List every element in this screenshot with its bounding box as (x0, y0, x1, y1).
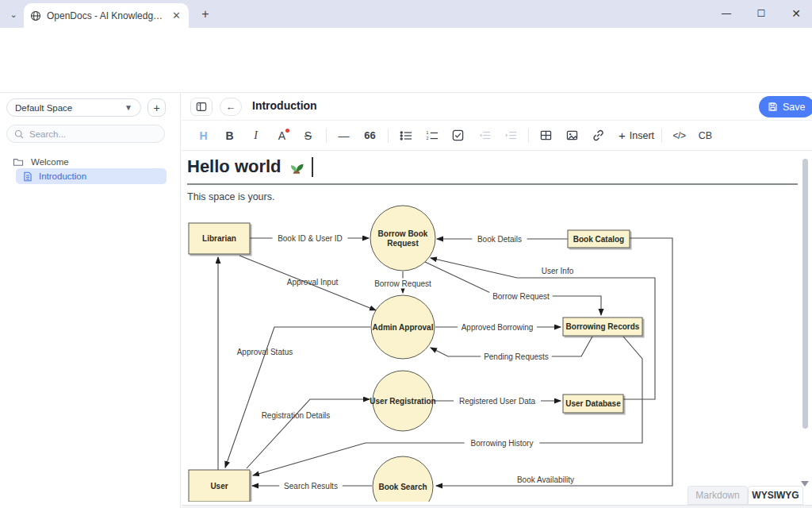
dfd-node-borrowing-records: Borrowing Records (563, 318, 642, 336)
vertical-scrollbar-thumb[interactable] (802, 159, 808, 429)
tab-title: OpenDocs - AI Knowledge Base (47, 10, 165, 21)
toolbar-divider (528, 129, 529, 143)
dfd-edge (425, 262, 601, 315)
dfd-node-borrow-book-request: Borrow BookRequest (370, 206, 435, 271)
heading-button[interactable]: H (193, 126, 214, 145)
task-list-icon[interactable] (447, 126, 469, 145)
dfd-edge-label: Registered User Data (459, 397, 536, 406)
document-icon (23, 171, 33, 182)
dfd-node-label: Librarian (202, 234, 236, 243)
add-space-button[interactable]: + (147, 98, 166, 117)
italic-button[interactable]: I (245, 126, 266, 145)
dfd-node-book-search: Book Search (373, 456, 433, 502)
inline-code-button[interactable]: </> (668, 126, 690, 145)
horizontal-rule-button[interactable]: — (333, 126, 354, 145)
tab-favicon-globe-icon (30, 10, 41, 21)
app-header: OpenDocs Powered by Visual Paradigm Shar… (0, 52, 812, 93)
red-dot-indicator (285, 129, 289, 133)
plus-icon: + (619, 129, 626, 142)
dfd-edge-label: Borrow Request (374, 279, 431, 288)
search-placeholder: Search... (29, 129, 66, 139)
svg-text:1: 1 (426, 130, 428, 135)
browser-tab[interactable]: OpenDocs - AI Knowledge Base ✕ (24, 3, 189, 28)
dfd-node-label: Borrowing Records (566, 322, 640, 331)
title-underline (187, 183, 798, 185)
svg-text:2: 2 (426, 136, 428, 140)
bold-button[interactable]: B (219, 126, 240, 145)
blockquote-button[interactable]: 66 (359, 126, 381, 145)
dfd-node-label: User (210, 482, 228, 491)
window-maximize-button[interactable]: ☐ (745, 0, 777, 26)
toolbar-divider (661, 129, 662, 143)
browser-tabstrip: ⌄ OpenDocs - AI Knowledge Base ✕ + — ☐ ✕ (0, 0, 812, 28)
dfd-node-librarian: Librarian (189, 223, 250, 254)
toggle-sidebar-button[interactable] (190, 98, 213, 116)
dfd-node-user: User (189, 470, 250, 502)
code-block-button[interactable]: CB (695, 126, 716, 145)
save-button[interactable]: Save (759, 96, 812, 117)
dfd-node-label: User Database (565, 399, 621, 408)
dfd-edge (436, 238, 672, 486)
search-input[interactable]: Search... (6, 125, 165, 143)
seedling-emoji (288, 158, 305, 175)
dfd-edge-label: Book Details (477, 235, 522, 244)
panel-icon (196, 102, 207, 112)
dfd-edge-label: Approval Input (287, 278, 339, 287)
dfd-edge-label: Book Availability (517, 475, 574, 484)
toolbar-divider (326, 129, 327, 143)
doc-back-button[interactable]: ← (220, 98, 242, 116)
doc-nav-title: Introduction (252, 99, 317, 112)
toolbar-divider (388, 129, 389, 143)
window-close-button[interactable]: ✕ (780, 0, 812, 26)
doc-paragraph[interactable]: This space is yours. (187, 191, 274, 202)
dfd-edge-label: Registration Details (262, 411, 331, 420)
dfd-node-book-catalog: Book Catalog (568, 230, 630, 248)
dataflow-diagram: LibrarianBorrow BookRequestBook CatalogA… (181, 202, 804, 502)
browser-toolbar: ← → ⟳ ai-toolbox.visual-paradigm.com/app… (0, 28, 812, 52)
dfd-node-label: Admin Approval (373, 323, 434, 332)
save-floppy-icon (768, 102, 778, 112)
dfd-edge (247, 399, 370, 468)
window-minimize-button[interactable]: — (710, 0, 742, 26)
font-color-button[interactable]: A (271, 126, 293, 145)
doc-title[interactable]: Hello world (187, 156, 282, 177)
dfd-edge-label: Approved Borrowing (462, 323, 534, 332)
tab-wysiwyg[interactable]: WYSIWYG (748, 486, 803, 505)
dfd-node-label: Borrow Book (378, 229, 428, 238)
new-tab-button[interactable]: + (197, 6, 214, 23)
dfd-node-user-database: User Database (563, 394, 623, 413)
space-selector[interactable]: Default Space ▼ (6, 98, 141, 117)
dfd-node-label: User Registration (370, 397, 435, 406)
dfd-node-user-registration: User Registration (370, 371, 435, 431)
folder-icon (13, 157, 24, 167)
sidebar-item-welcome[interactable]: Welcome (6, 154, 69, 170)
tab-markdown[interactable]: Markdown (688, 486, 748, 505)
insert-button[interactable]: +Insert (619, 126, 654, 145)
strikethrough-button[interactable]: S (297, 126, 319, 145)
dfd-edge-label: User Info (542, 267, 574, 275)
chevron-down-icon: ▼ (124, 103, 132, 112)
tab-search-chevron-icon[interactable]: ⌄ (5, 6, 22, 22)
dfd-edge-label: Pending Requests (484, 352, 549, 361)
dfd-edge-label: Borrowing History (471, 439, 534, 448)
dfd-edge-label: Borrow Request (492, 292, 550, 301)
table-icon[interactable] (535, 126, 557, 145)
numbered-list-icon[interactable]: 12 (421, 126, 442, 145)
dfd-node-label: Book Catalog (573, 235, 624, 244)
sidebar-item-introduction[interactable]: Introduction (16, 168, 167, 184)
bullet-list-icon[interactable] (395, 126, 416, 145)
doc-title-row: Hello world (187, 156, 313, 177)
dfd-edge-label: Approval Status (237, 348, 293, 356)
indent-icon[interactable] (500, 126, 521, 145)
dfd-edge-label: Book ID & User ID (278, 234, 343, 243)
tab-close-icon[interactable]: ✕ (170, 10, 182, 21)
formatting-toolbar: H B I A S — 66 12 +Insert </> CB (182, 121, 812, 151)
outdent-icon[interactable] (473, 126, 495, 145)
search-icon (14, 129, 24, 139)
text-cursor (312, 157, 313, 177)
dfd-node-admin-approval: Admin Approval (371, 295, 435, 359)
dfd-edge-label: Search Results (284, 482, 338, 491)
image-icon[interactable] (561, 126, 583, 145)
link-icon[interactable] (588, 126, 609, 145)
dfd-node-label: Book Search (378, 483, 427, 491)
